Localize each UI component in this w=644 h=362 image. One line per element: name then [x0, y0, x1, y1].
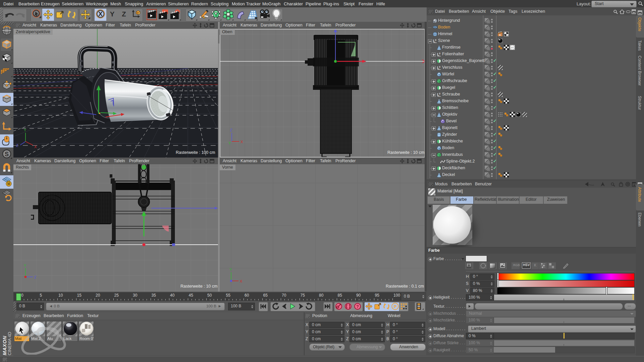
svg-text:MAT: MAT [511, 47, 514, 49]
svg-text:X: X [98, 10, 103, 17]
svg-text:Y: Y [24, 263, 26, 267]
svg-text:S: S [5, 151, 9, 158]
svg-text:0: 0 [439, 93, 440, 95]
svg-text:X: X [34, 145, 37, 149]
svg-text:Y: Y [229, 267, 232, 272]
svg-text:Rasterweite : 0.1 cm: Rasterweite : 0.1 cm [386, 284, 424, 289]
svg-text:0: 0 [439, 66, 440, 68]
svg-text:P: P [394, 304, 397, 309]
svg-text:Y: Y [228, 141, 231, 145]
svg-text:X: X [240, 279, 243, 283]
svg-text:Z: Z [16, 143, 18, 147]
svg-text:Y: Y [24, 128, 26, 132]
svg-text:0: 0 [435, 39, 436, 41]
svg-text:Z: Z [122, 10, 126, 18]
svg-text:Y: Y [110, 10, 115, 18]
svg-text:X: X [240, 140, 243, 144]
svg-text:Rasterweite : 100 cm: Rasterweite : 100 cm [176, 150, 215, 155]
svg-text:Rasterweite : 10 cm: Rasterweite : 10 cm [180, 284, 217, 289]
svg-text:Z: Z [34, 275, 37, 279]
svg-text:?: ? [356, 304, 359, 309]
svg-text:Rasterweite : 10 cm: Rasterweite : 10 cm [387, 150, 424, 155]
svg-text:0: 0 [439, 52, 440, 55]
svg-text:Z: Z [230, 128, 232, 132]
